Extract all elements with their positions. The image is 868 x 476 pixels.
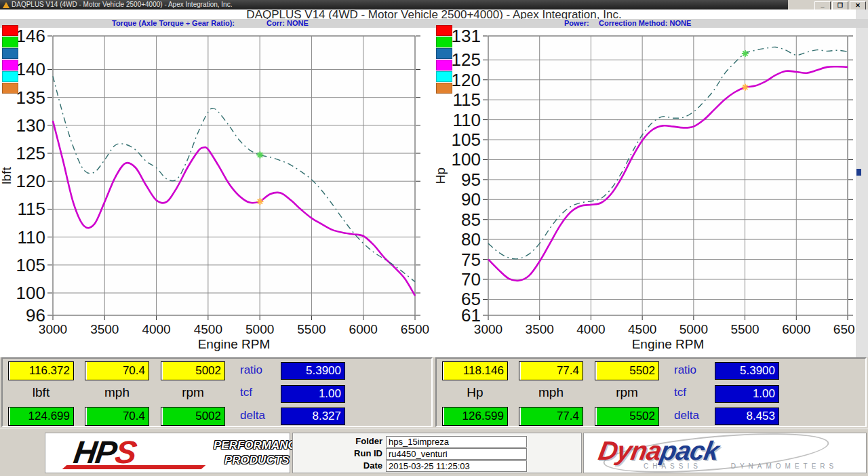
right-scrollbar[interactable]: [855, 9, 868, 357]
svg-text:96: 96: [26, 305, 45, 325]
svg-text:4500: 4500: [628, 322, 656, 336]
svg-text:100: 100: [452, 149, 481, 170]
speed-unit-label: mph: [519, 384, 583, 401]
ratio-label: ratio: [674, 363, 696, 377]
delta-label: delta: [240, 409, 265, 422]
power-chart[interactable]: 3000350040004500500055006000650013112512…: [434, 24, 868, 357]
tcf-label: tcf: [674, 386, 686, 399]
reference-speed-value: 77.4: [519, 407, 583, 426]
svg-text:5000: 5000: [679, 322, 708, 336]
delta-value: 8.453: [715, 408, 779, 425]
svg-text:4000: 4000: [576, 322, 605, 336]
svg-text:3500: 3500: [90, 322, 119, 336]
folder-input[interactable]: [386, 436, 527, 448]
speed-unit-label: mph: [85, 384, 149, 401]
reference-torque-value: 124.699: [8, 407, 74, 426]
date-label: Date: [293, 460, 382, 471]
svg-text:110: 110: [18, 227, 45, 247]
svg-text:115: 115: [453, 90, 481, 110]
reference-speed-value: 70.4: [85, 407, 149, 426]
svg-text:130: 130: [16, 115, 45, 136]
svg-text:5500: 5500: [297, 322, 326, 336]
legend-swatch: [2, 71, 18, 82]
runid-label: Run ID: [293, 448, 382, 459]
svg-text:lbft: lbft: [0, 167, 14, 184]
svg-text:5000: 5000: [245, 322, 274, 336]
cursor-torque-value: 116.372: [8, 361, 74, 380]
legend-swatch: [436, 83, 452, 94]
svg-text:Engine RPM: Engine RPM: [198, 337, 271, 351]
power-unit-label: Hp: [442, 384, 508, 401]
chart-region: 3000350040004500500055006000650014614013…: [0, 28, 868, 357]
svg-text:90: 90: [461, 189, 481, 210]
svg-text:80: 80: [461, 229, 481, 250]
svg-text:4000: 4000: [142, 322, 170, 336]
svg-text:5500: 5500: [730, 322, 759, 336]
legend-swatch: [436, 25, 452, 36]
cursor-speed-value: 77.4: [519, 361, 583, 380]
svg-text:110: 110: [453, 110, 481, 130]
cursor-marker: [256, 152, 263, 159]
rpm-unit-label: rpm: [595, 384, 659, 401]
ratio-label: ratio: [240, 363, 262, 377]
svg-text:Hp: Hp: [434, 167, 448, 184]
power-subtitle: Power:: [564, 19, 589, 28]
svg-text:100: 100: [16, 283, 45, 303]
svg-text:135: 135: [16, 87, 45, 108]
torque-chart[interactable]: 3000350040004500500055006000650014614013…: [0, 24, 434, 357]
svg-text:6000: 6000: [782, 322, 810, 336]
dynapack-dyna: Dyna: [596, 436, 663, 465]
svg-text:Engine RPM: Engine RPM: [632, 337, 705, 351]
app-icon: [3, 2, 9, 8]
svg-text:95: 95: [461, 170, 481, 190]
tcf-value: 1.00: [281, 385, 345, 403]
svg-text:105: 105: [16, 255, 45, 275]
legend-swatch: [436, 71, 452, 82]
dynapack-pack: pack: [658, 436, 721, 465]
svg-text:6000: 6000: [349, 322, 378, 336]
ratio-value: 5.3900: [281, 362, 345, 380]
tcf-label: tcf: [240, 386, 252, 399]
cursor-power-value: 118.146: [442, 361, 508, 380]
svg-text:3500: 3500: [526, 322, 554, 336]
scrollbar-thumb[interactable]: [856, 169, 861, 176]
date-input[interactable]: [386, 460, 527, 472]
hps-hp: HP: [71, 434, 118, 470]
rpm-unit-label: rpm: [161, 384, 225, 401]
legend-swatch: [2, 37, 18, 47]
power-corr-label: Correction Method: NONE: [599, 19, 691, 28]
dynapack-logo: Dynapack CHASSIS DYNAMOMETERS: [583, 433, 867, 473]
legend-swatch: [2, 60, 18, 71]
torque-subtitle: Torque (Axle Torque ÷ Gear Ratio):: [112, 19, 235, 28]
subtitle-bar: Torque (Axle Torque ÷ Gear Ratio): Corr:…: [0, 19, 868, 28]
svg-text:125: 125: [452, 49, 481, 70]
cursor-marker: [256, 198, 263, 205]
delta-label: delta: [674, 409, 699, 422]
reference-rpm-value: 5002: [161, 407, 225, 426]
hps-tagline: PERFORMANCE PRODUCTS: [214, 438, 304, 468]
svg-text:70: 70: [461, 269, 481, 290]
torque-corr-label: Corr: NONE: [267, 19, 309, 28]
svg-text:140: 140: [16, 59, 45, 79]
legend-swatch: [2, 48, 18, 59]
power-legend-swatches: [436, 25, 452, 94]
run-info-fields: Folder Run ID Date: [292, 433, 582, 473]
reference-power-value: 126.599: [442, 407, 508, 426]
torque-legend-swatches: [2, 25, 18, 94]
svg-text:131: 131: [452, 26, 481, 46]
footer: HPS PERFORMANCE PRODUCTS Folder Run ID D…: [0, 429, 868, 476]
runid-input[interactable]: [386, 448, 527, 460]
legend-swatch: [436, 37, 452, 47]
svg-text:4500: 4500: [194, 322, 222, 336]
legend-swatch: [2, 83, 18, 94]
dynapack-tagline: CHASSIS DYNAMOMETERS: [644, 462, 837, 470]
readout-panel-torque: 116.372 70.4 5002 lbft mph rpm 124.699 7…: [1, 357, 433, 427]
tcf-value: 1.00: [715, 385, 779, 403]
cursor-speed-value: 70.4: [85, 361, 149, 380]
svg-text:85: 85: [461, 210, 481, 230]
svg-text:105: 105: [452, 130, 481, 150]
readout-panel-power: 118.146 77.4 5502 Hp mph rpm 126.599 77.…: [435, 357, 867, 427]
hps-logo: HPS PERFORMANCE PRODUCTS: [45, 433, 290, 473]
app-window: DAQPLUS V14 (4WD - Motor Vehicle 2500+40…: [0, 0, 868, 476]
cursor-rpm-value: 5502: [595, 361, 659, 380]
